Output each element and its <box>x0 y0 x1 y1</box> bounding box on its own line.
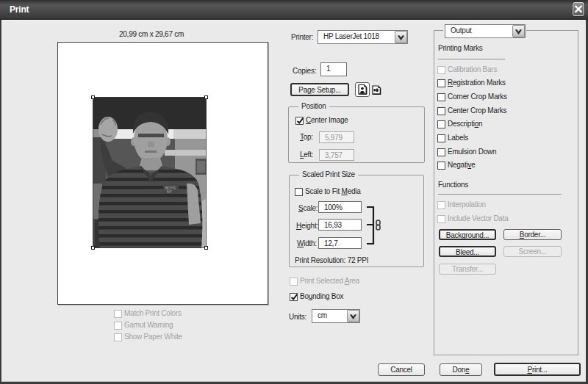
svg-text:NY: NY <box>167 189 173 194</box>
